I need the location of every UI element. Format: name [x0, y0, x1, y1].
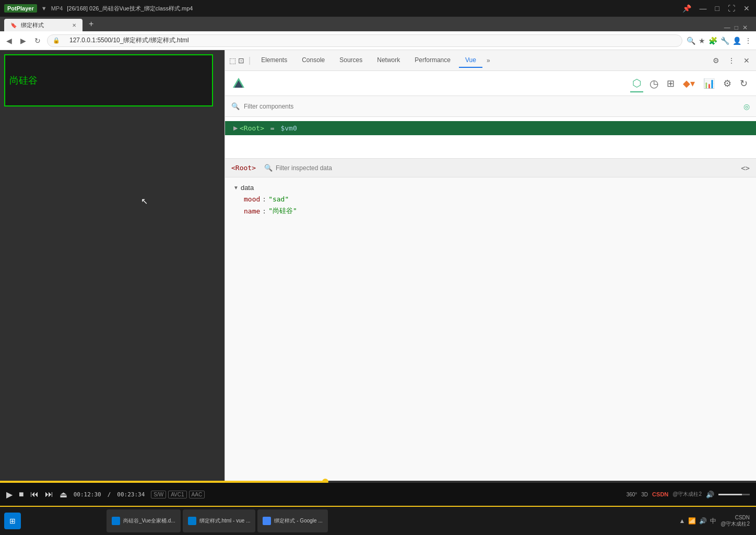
component-root-item[interactable]: ▶ <Root> = $vm0: [225, 121, 756, 135]
page-content: 尚硅谷 ↖: [0, 50, 225, 483]
devtools-more-icon[interactable]: ⋮: [726, 55, 737, 66]
title-bar-format: MP4: [51, 5, 63, 11]
menu-icon[interactable]: ⋮: [745, 37, 752, 45]
pinia-action-icon[interactable]: ⊞: [665, 76, 677, 91]
title-bar-controls: 📌 — □ ⛶ ✕: [680, 3, 752, 14]
inspect-element-icon[interactable]: ⬚: [229, 56, 236, 65]
data-tree: ▼ data mood : "sad" name : ": [225, 177, 756, 483]
filter-components-input[interactable]: [244, 103, 739, 110]
taskbar-item-1[interactable]: 绑定样式.html - vue ...: [183, 509, 256, 532]
inspector-component-name: <Root>: [231, 164, 256, 172]
tab-vue[interactable]: Vue: [459, 53, 482, 68]
csdn-logo: CSDN: [652, 491, 668, 497]
zoom-icon[interactable]: 🔍: [687, 37, 695, 45]
data-key-mood: mood: [244, 195, 260, 203]
volume-icon[interactable]: 🔊: [706, 491, 714, 498]
bookmark-icon[interactable]: ★: [699, 37, 705, 45]
tab-close-icon[interactable]: ✕: [72, 22, 76, 28]
devtools-header: ⬚ ⊡ | Elements Console Sources Network P…: [225, 50, 756, 71]
address-input[interactable]: [63, 34, 677, 47]
responsive-icon[interactable]: ⊡: [238, 56, 244, 65]
refresh-button[interactable]: ↻: [32, 35, 43, 46]
left-viewport: 尚硅谷 ↖: [0, 50, 225, 483]
tab-title: 绑定样式: [21, 21, 44, 29]
component-tree-action-icon[interactable]: ⬡: [630, 75, 643, 92]
browser-restore-icon[interactable]: □: [735, 24, 738, 31]
data-colon-mood: :: [262, 195, 266, 203]
browser-tab-bar: 🔖 绑定样式 ✕ + — □ ✕: [0, 17, 756, 31]
close-icon[interactable]: ✕: [741, 3, 752, 14]
router-action-icon[interactable]: ◆▾: [681, 76, 697, 91]
timeline-action-icon[interactable]: ◷: [647, 75, 660, 92]
tab-network[interactable]: Network: [371, 53, 406, 68]
vue-element-box: 尚硅谷: [4, 54, 213, 106]
taskbar-left: ⊞: [0, 513, 104, 529]
taskbar-item-0[interactable]: 尚硅谷_Vue全家桶.d...: [107, 509, 181, 532]
devtools-panel: ⬚ ⊡ | Elements Console Sources Network P…: [225, 50, 756, 483]
volume-fill: [718, 494, 742, 495]
vue-refresh-action-icon[interactable]: ↻: [738, 76, 750, 91]
perf-action-icon[interactable]: 📊: [701, 76, 717, 91]
devtools-close-icon[interactable]: ✕: [741, 55, 752, 66]
taskbar-item-2[interactable]: 绑定样式 - Google ...: [257, 509, 327, 532]
inspector-code-icon[interactable]: <>: [741, 164, 750, 172]
filter-inspected-data-input[interactable]: [276, 164, 733, 172]
potplayer-logo[interactable]: PotPlayer: [4, 4, 37, 13]
csdn-user: @守木成柱2: [672, 491, 702, 498]
devtools-settings-icon[interactable]: ⚙: [711, 55, 722, 66]
eject-button[interactable]: ⏏: [60, 490, 67, 500]
tab-console[interactable]: Console: [296, 53, 331, 68]
fullscreen-icon[interactable]: ⛶: [726, 3, 737, 14]
vue-toolbar-actions: ⬡ ◷ ⊞ ◆▾ 📊 ⚙ ↻: [630, 75, 750, 92]
systray-lang-icon[interactable]: 中: [710, 517, 716, 526]
data-section-header[interactable]: ▼ data: [233, 184, 748, 192]
address-bar-row: ◀ ▶ ↻ 🔒 🔍 ★ 🧩 🔧 👤 ⋮: [0, 31, 756, 50]
browser-area: 🔖 绑定样式 ✕ + — □ ✕ ◀ ▶ ↻ 🔒 🔍 ★ 🧩 🔧 👤 ⋮: [0, 17, 756, 483]
pin-icon[interactable]: 📌: [680, 3, 693, 14]
systray-arrow-icon[interactable]: ▲: [679, 517, 685, 525]
browser-tab-active[interactable]: 🔖 绑定样式 ✕: [4, 19, 82, 31]
minimize-icon[interactable]: —: [698, 3, 709, 14]
volume-bar[interactable]: [718, 494, 750, 495]
browser-close-icon[interactable]: ✕: [742, 24, 748, 31]
puzzle-icon[interactable]: 🔧: [720, 37, 729, 45]
vue-element-label: 尚硅谷: [9, 74, 38, 87]
stop-button[interactable]: ■: [19, 490, 24, 499]
extension-icon[interactable]: 🧩: [708, 37, 717, 45]
filter-target-icon[interactable]: ◎: [743, 102, 750, 111]
data-section-arrow: ▼: [233, 185, 239, 191]
data-section: ▼ data mood : "sad" name : ": [233, 184, 748, 217]
back-button[interactable]: ◀: [4, 35, 14, 46]
browser-minimize-icon[interactable]: —: [724, 24, 730, 31]
tab-performance[interactable]: Performance: [408, 53, 457, 68]
total-time: 00:23:34: [117, 491, 145, 498]
tab-sources[interactable]: Sources: [333, 53, 369, 68]
inspector-panel: <Root> 🔍 <> ▼ data: [225, 159, 756, 483]
play-button[interactable]: ▶: [6, 490, 13, 500]
title-bar-left: PotPlayer ▼ MP4 [26/168] 026_尚硅谷Vue技术_绑定…: [4, 4, 193, 13]
vue-logo: [231, 76, 246, 91]
data-item-mood: mood : "sad": [233, 194, 748, 205]
profile-icon[interactable]: 👤: [733, 37, 741, 45]
vue-settings-action-icon[interactable]: ⚙: [721, 76, 734, 91]
player-controls: ▶ ■ ⏮ ⏭ ⏏ 00:12:30 / 00:23:34 S/W AVC1 A…: [0, 483, 756, 506]
filter-search-icon: 🔍: [231, 102, 240, 110]
component-var: $vm0: [280, 124, 297, 132]
taskbar-items: 尚硅谷_Vue全家桶.d... 绑定样式.html - vue ... 绑定样式…: [104, 509, 672, 532]
component-equals: =: [266, 124, 278, 132]
format-aac: AAC: [189, 491, 205, 498]
next-button[interactable]: ⏭: [45, 490, 53, 499]
tab-elements[interactable]: Elements: [255, 53, 293, 68]
content-area: 尚硅谷 ↖ ⬚ ⊡ | Elements Console Sources Net…: [0, 50, 756, 483]
format-tags: S/W AVC1 AAC: [151, 491, 205, 498]
restore-icon[interactable]: □: [713, 3, 722, 14]
forward-button[interactable]: ▶: [18, 35, 28, 46]
start-button[interactable]: ⊞: [4, 513, 21, 529]
data-value-mood: "sad": [268, 195, 289, 203]
systray-volume-icon[interactable]: 🔊: [699, 517, 707, 525]
new-tab-button[interactable]: +: [85, 19, 98, 29]
prev-button[interactable]: ⏮: [30, 490, 39, 499]
mouse-cursor: ↖: [141, 196, 148, 206]
more-tabs-button[interactable]: »: [485, 55, 492, 66]
data-section-name: data: [241, 184, 254, 192]
